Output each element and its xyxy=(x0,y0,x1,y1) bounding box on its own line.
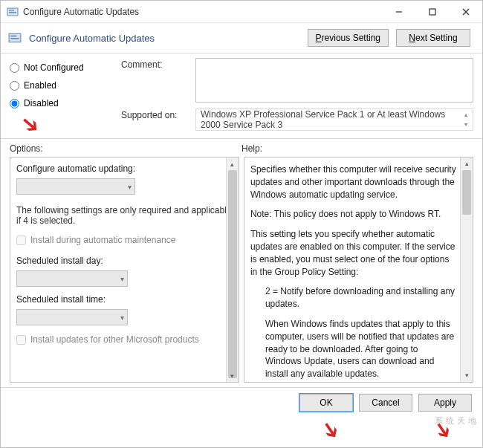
help-p4: 2 = Notify before downloading and instal… xyxy=(250,285,456,311)
close-button[interactable] xyxy=(449,1,482,22)
supported-on-box: Windows XP Professional Service Pack 1 o… xyxy=(195,108,473,131)
configure-updating-label: Configure automatic updating: xyxy=(16,163,233,174)
svg-rect-4 xyxy=(429,9,435,15)
configure-updating-combo[interactable] xyxy=(16,178,135,195)
panes-row: Configure automatic updating: The follow… xyxy=(1,155,482,387)
sched-time-label: Scheduled install time: xyxy=(16,294,233,305)
radio-disabled-input[interactable] xyxy=(10,99,19,108)
cancel-button[interactable]: Cancel xyxy=(359,394,412,412)
install-other-products-checkbox[interactable]: Install updates for other Microsoft prod… xyxy=(16,334,233,345)
install-other-products-input[interactable] xyxy=(16,335,26,345)
svg-rect-2 xyxy=(9,12,16,13)
radio-enabled[interactable]: Enabled xyxy=(10,80,106,91)
footer-buttons: OK Cancel Apply xyxy=(1,387,482,418)
scroll-down-icon[interactable]: ▾ xyxy=(227,369,239,382)
divider xyxy=(1,53,482,53)
next-setting-button[interactable]: Next Setting xyxy=(396,29,470,47)
window-title: Configure Automatic Updates xyxy=(23,7,382,17)
help-scroll-down-icon[interactable]: ▾ xyxy=(461,369,473,382)
sched-day-combo[interactable] xyxy=(16,270,128,287)
help-scroll-up-icon[interactable]: ▴ xyxy=(461,158,473,170)
help-p2: Note: This policy does not apply to Wind… xyxy=(250,208,456,221)
radio-group: Not Configured Enabled Disabled xyxy=(10,58,106,131)
radio-enabled-label: Enabled xyxy=(24,80,56,91)
radio-disabled-label: Disabled xyxy=(24,98,59,108)
supported-scroll-up[interactable]: ▴ xyxy=(461,110,471,120)
svg-rect-1 xyxy=(9,10,14,11)
policy-state-section: Not Configured Enabled Disabled Comment:… xyxy=(1,55,482,135)
sched-time-combo[interactable] xyxy=(16,309,128,325)
svg-rect-8 xyxy=(10,36,16,37)
supported-scroll-down[interactable]: ▾ xyxy=(461,120,471,129)
options-pane: Configure automatic updating: The follow… xyxy=(10,157,239,383)
supported-on-text: Windows XP Professional Service Pack 1 o… xyxy=(201,109,459,130)
options-note: The following settings are only required… xyxy=(16,205,233,226)
help-heading: Help: xyxy=(242,143,473,154)
help-scroll-thumb[interactable] xyxy=(462,170,471,215)
apply-button[interactable]: Apply xyxy=(418,394,472,412)
install-maintenance-label: Install during automatic maintenance xyxy=(30,235,175,245)
radio-not-configured[interactable]: Not Configured xyxy=(10,62,106,73)
comment-input[interactable] xyxy=(195,58,473,103)
supported-row: Supported on: Windows XP Professional Se… xyxy=(121,108,473,131)
supported-label: Supported on: xyxy=(121,108,188,120)
header-row: Configure Automatic Updates Previous Set… xyxy=(1,23,482,50)
divider2 xyxy=(1,138,482,139)
svg-rect-9 xyxy=(10,38,19,39)
options-scroll-thumb[interactable] xyxy=(228,170,237,378)
maximize-icon xyxy=(429,8,436,16)
header-title: Configure Automatic Updates xyxy=(29,33,300,44)
comment-supported-group: Comment: Supported on: Windows XP Profes… xyxy=(121,58,473,131)
policy-icon xyxy=(7,6,19,18)
ok-button[interactable]: OK xyxy=(299,394,353,412)
minimize-icon xyxy=(395,8,403,16)
minimize-button[interactable] xyxy=(382,1,415,22)
policy-header-icon xyxy=(8,31,22,45)
radio-disabled[interactable]: Disabled xyxy=(10,98,106,108)
titlebar: Configure Automatic Updates xyxy=(1,1,482,23)
sched-day-label: Scheduled install day: xyxy=(16,256,233,266)
comment-label: Comment: xyxy=(121,58,188,70)
options-heading: Options: xyxy=(10,143,242,154)
help-p1: Specifies whether this computer will rec… xyxy=(250,163,456,201)
pane-labels: Options: Help: xyxy=(1,140,482,155)
maximize-button[interactable] xyxy=(415,1,449,22)
annotation-arrow-2: ➔ xyxy=(315,415,347,444)
install-maintenance-input[interactable] xyxy=(16,236,26,245)
supported-scroll: ▴ ▾ xyxy=(461,110,471,129)
help-p3: This setting lets you specify whether au… xyxy=(250,228,456,278)
help-scrollbar[interactable]: ▴ ▾ xyxy=(460,158,473,382)
radio-enabled-input[interactable] xyxy=(10,81,19,91)
install-maintenance-checkbox[interactable]: Install during automatic maintenance xyxy=(16,235,233,245)
help-p5: When Windows finds updates that apply to… xyxy=(250,318,456,380)
options-scrollbar[interactable]: ▴ ▾ xyxy=(226,158,239,382)
comment-row: Comment: xyxy=(121,58,473,103)
install-other-products-label: Install updates for other Microsoft prod… xyxy=(30,334,199,345)
radio-not-configured-input[interactable] xyxy=(10,63,19,73)
window-buttons xyxy=(382,1,482,22)
nav-buttons: Previous Setting Next Setting xyxy=(308,29,470,47)
help-pane: Specifies whether this computer will rec… xyxy=(244,157,473,383)
close-icon xyxy=(462,8,470,16)
previous-setting-button[interactable]: Previous Setting xyxy=(308,29,389,47)
watermark: 系统天地 xyxy=(435,415,479,426)
radio-not-configured-label: Not Configured xyxy=(24,62,84,73)
scroll-up-icon[interactable]: ▴ xyxy=(227,158,239,170)
